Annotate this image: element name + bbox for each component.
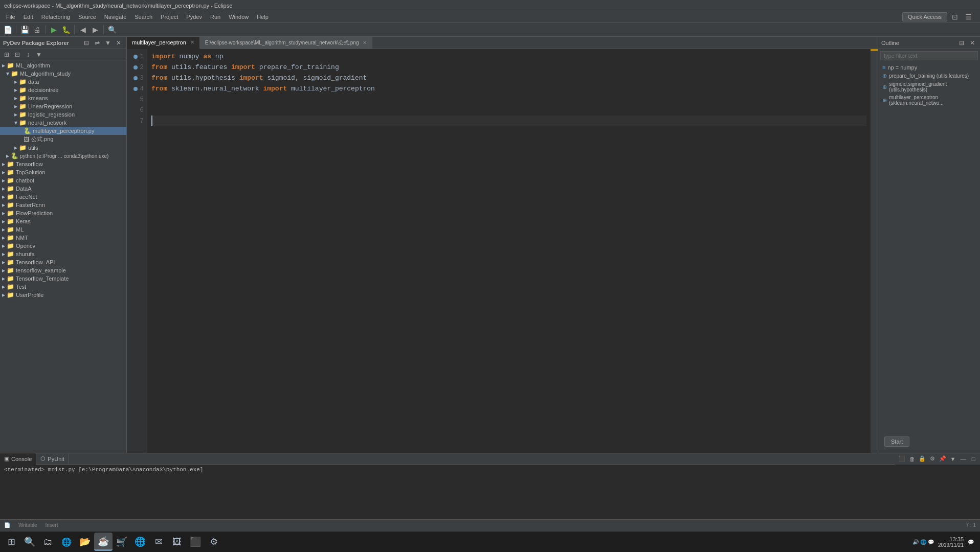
photos-button[interactable]: 🖼 <box>168 533 186 551</box>
search-button[interactable]: 🔍 <box>106 24 118 35</box>
menu-source[interactable]: Source <box>74 13 100 21</box>
pe-toolbar-btn-4[interactable]: ▼ <box>34 50 43 59</box>
tree-item-kmeans[interactable]: ▸ 📁 kmeans <box>0 94 126 102</box>
tree-item-multilayer[interactable]: 🐍 multilayer_perceptron.py <box>0 127 126 135</box>
search-taskbar-button[interactable]: 🔍 <box>20 533 39 551</box>
menu-project[interactable]: Project <box>157 13 182 21</box>
menu-window[interactable]: Window <box>225 13 253 21</box>
tree-item-python[interactable]: ▸ 🐍 python (e:\Progr ... conda3\python.e… <box>0 152 126 160</box>
edge-button[interactable]: 🌐 <box>131 533 149 551</box>
menu-search[interactable]: Search <box>130 13 157 21</box>
store-button[interactable]: 🛒 <box>113 533 131 551</box>
tree-item-tf-template[interactable]: ▸ 📁 Tensorflow_Template <box>0 274 126 283</box>
browser-button[interactable]: 🌐 <box>57 533 76 551</box>
menu-run[interactable]: Run <box>206 13 225 21</box>
tree-item-topsolution[interactable]: ▸ 📁 TopSolution <box>0 168 126 176</box>
tree-item-tensorflow[interactable]: ▸ 📁 Tensorflow <box>0 160 126 168</box>
tree-item-ml[interactable]: ▸ 📁 ML <box>0 225 126 234</box>
tree-item-userprofile[interactable]: ▸ 📁 UserProfile <box>0 291 126 299</box>
tree-item-formula-png[interactable]: 🖼 公式.png <box>0 135 126 144</box>
tab-multilayer[interactable]: multilayer_perceptron ✕ <box>127 37 200 49</box>
code-editor[interactable]: 1 2 3 4 5 6 7 import numpy as np <box>127 49 878 453</box>
outline-item-sigmoid[interactable]: ⊕ sigmoid,sigmoid_gradient (utils.hypoth… <box>880 80 978 94</box>
console-settings-button[interactable]: ⚙ <box>928 454 937 464</box>
save-button[interactable]: 💾 <box>19 24 30 35</box>
link-with-editor-button[interactable]: ⇌ <box>93 38 102 48</box>
forward-button[interactable]: ▶ <box>90 24 101 35</box>
menu-refactoring[interactable]: Refactoring <box>37 13 74 21</box>
code-line-1: import numpy as np <box>151 51 866 62</box>
console-minimize-button[interactable]: — <box>959 454 968 464</box>
quick-access-button[interactable]: Quick Access <box>902 12 947 21</box>
console-tab-pyunit[interactable]: ⬡ PyUnit <box>36 453 69 465</box>
mail-button[interactable]: ✉ <box>149 533 168 551</box>
start-menu-button[interactable]: ⊞ <box>2 533 20 551</box>
menu-navigate[interactable]: Navigate <box>100 13 130 21</box>
tree-item-neural[interactable]: ▾ 📁 neural_network <box>0 119 126 127</box>
tree-item-tf-api[interactable]: ▸ 📁 Tensorflow_API <box>0 258 126 266</box>
notification-button[interactable]: 💬 <box>968 539 974 545</box>
tree-item-dataa[interactable]: ▸ 📁 DataA <box>0 185 126 193</box>
menu-edit[interactable]: Edit <box>19 13 37 21</box>
tree-item-fasterrcnn[interactable]: ▸ 📁 FasterRcnn <box>0 201 126 209</box>
menu-help[interactable]: Help <box>253 13 273 21</box>
console-tabs: ▣ Console ⬡ PyUnit ⬛ 🗑 🔒 ⚙ 📌 ▼ — □ <box>0 453 980 465</box>
debug-button[interactable]: 🐛 <box>60 24 72 35</box>
terminal-button[interactable]: ⬛ <box>186 533 205 551</box>
outline-item-np[interactable]: ≡ np = numpy <box>880 63 978 72</box>
outline-item-prepare[interactable]: ⊕ prepare_for_training (utils.features) <box>880 72 978 80</box>
outline-collapse-button[interactable]: ⊟ <box>957 38 966 48</box>
menu-file[interactable]: File <box>2 13 19 21</box>
console-scroll-lock-button[interactable]: 🔒 <box>918 454 927 464</box>
collapse-all-button[interactable]: ⊟ <box>82 38 91 48</box>
outline-close-button[interactable]: ✕ <box>968 38 977 48</box>
tab-multilayer-close[interactable]: ✕ <box>190 39 194 45</box>
settings-taskbar-button[interactable]: ⚙ <box>205 533 223 551</box>
console-output: <terminated> mnist.py [e:\ProgramData\An… <box>4 467 203 473</box>
outline-item-multilayer[interactable]: ⊕ multilayer_perceptron (sklearn.neural_… <box>880 94 978 107</box>
start-button[interactable]: Start <box>884 436 909 447</box>
open-perspective-button[interactable]: ☰ <box>963 11 974 22</box>
taskview-button[interactable]: 🗂 <box>39 533 57 551</box>
tree-item-nmt[interactable]: ▸ 📁 NMT <box>0 234 126 242</box>
console-tab-console[interactable]: ▣ Console <box>0 453 36 465</box>
tree-item-tf-example[interactable]: ▸ 📁 tensorflow_example <box>0 266 126 274</box>
tree-item-chatbot[interactable]: ▸ 📁 chatbot <box>0 176 126 185</box>
tree-item-opencv[interactable]: ▸ 📁 Opencv <box>0 242 126 250</box>
back-button[interactable]: ◀ <box>77 24 88 35</box>
new-button[interactable]: 📄 <box>2 24 13 35</box>
eclipse-taskbar-button[interactable]: ☕ <box>94 533 113 551</box>
perspective-button[interactable]: ⊡ <box>949 11 961 22</box>
menu-pydev[interactable]: Pydev <box>182 13 206 21</box>
tree-item-ml-algorithm[interactable]: ▸ 📁 ML_algorithm <box>0 61 126 70</box>
tree-item-logistic[interactable]: ▸ 📁 logistic_regression <box>0 110 126 119</box>
code-content[interactable]: import numpy as np from utils.features i… <box>147 49 871 453</box>
tree-item-flowpred[interactable]: ▸ 📁 FlowPrediction <box>0 209 126 217</box>
pe-toolbar-btn-3[interactable]: ↕ <box>24 50 33 59</box>
tab-formula-close[interactable]: ✕ <box>363 40 367 45</box>
pe-toolbar-btn-2[interactable]: ⊟ <box>13 50 22 59</box>
console-menu-button[interactable]: ▼ <box>948 454 957 464</box>
tree-item-data[interactable]: ▸ 📁 data <box>0 78 126 86</box>
tree-item-linear[interactable]: ▸ 📁 LinearRegression <box>0 102 126 110</box>
console-pin-button[interactable]: 📌 <box>938 454 947 464</box>
tree-item-keras[interactable]: ▸ 📁 Keras <box>0 217 126 225</box>
tree-item-facenet[interactable]: ▸ 📁 FaceNet <box>0 193 126 201</box>
console-clear-button[interactable]: 🗑 <box>907 454 917 464</box>
pe-toolbar-btn-1[interactable]: ⊞ <box>2 50 11 59</box>
pe-close-button[interactable]: ✕ <box>114 38 123 48</box>
tree-item-utils[interactable]: ▸ 📁 utils <box>0 144 126 152</box>
run-button[interactable]: ▶ <box>48 24 59 35</box>
tree-item-decision[interactable]: ▸ 📁 decisiontree <box>0 86 126 94</box>
tree-item-ml-study[interactable]: ▾ 📁 ML_algorithm_study <box>0 70 126 78</box>
pe-menu-button[interactable]: ▼ <box>103 38 113 48</box>
tab-formula-png[interactable]: E:\eclipse-workspace\ML_algorithm_study\… <box>200 37 373 49</box>
editor-scrollbar[interactable] <box>871 49 878 453</box>
print-button[interactable]: 🖨 <box>31 24 42 35</box>
files-button[interactable]: 📂 <box>76 533 94 551</box>
outline-search-input[interactable] <box>880 51 978 60</box>
tree-item-shurufa[interactable]: ▸ 📁 shurufa <box>0 250 126 258</box>
console-maximize-button[interactable]: □ <box>969 454 978 464</box>
tree-item-test[interactable]: ▸ 📁 Test <box>0 283 126 291</box>
console-terminate-button[interactable]: ⬛ <box>897 454 906 464</box>
